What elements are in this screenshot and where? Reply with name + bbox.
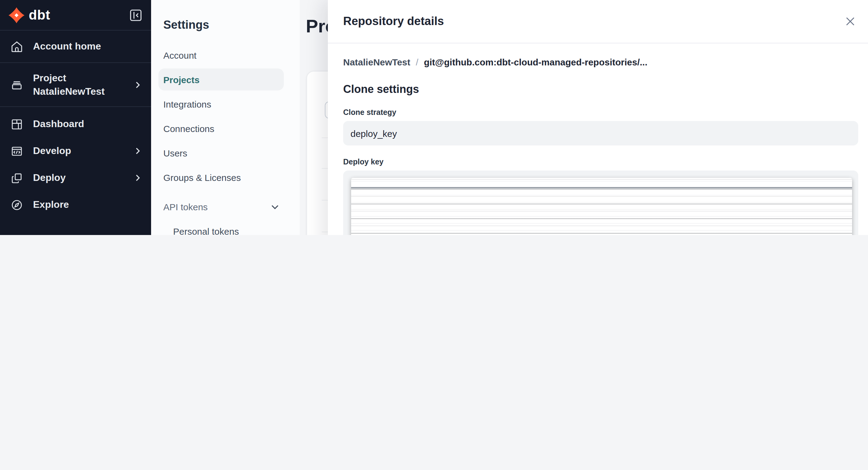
sidebar-item-label: Explore (33, 199, 69, 210)
sidebar-item-account-home[interactable]: Account home (0, 31, 151, 63)
sidebar-item-deploy[interactable]: Deploy (0, 164, 151, 191)
settings-nav-title: Settings (163, 18, 284, 32)
settings-nav-item-connections[interactable]: Connections (158, 116, 284, 141)
sidebar-item-project[interactable]: Project NatalieNewTest (0, 63, 151, 107)
dbt-logo-text: dbt (29, 7, 50, 23)
sidebar-item-label: Project NatalieNewTest (33, 71, 104, 98)
sidebar-item-label: Account home (33, 41, 101, 52)
breadcrumb: NatalieNewTest / git@github.com:dbt-clou… (343, 57, 858, 67)
deploy-key-redacted-content (351, 178, 852, 235)
sidebar-item-label: Dashboard (33, 119, 84, 130)
breadcrumb-separator: / (416, 57, 418, 67)
close-icon[interactable] (842, 13, 858, 29)
clone-strategy-label: Clone strategy (343, 108, 858, 117)
overlapping-squares-icon (10, 171, 23, 184)
dbt-logo[interactable]: dbt (8, 7, 50, 23)
sidebar-spacer (0, 218, 151, 235)
settings-nav-item-groups-licenses[interactable]: Groups & Licenses (158, 165, 284, 190)
chevron-right-icon (134, 81, 141, 88)
modal-body: NatalieNewTest / git@github.com:dbt-clou… (328, 43, 868, 235)
sidebar-item-develop[interactable]: Develop (0, 137, 151, 164)
home-icon (10, 40, 23, 53)
settings-nav-item-users[interactable]: Users (158, 141, 284, 165)
settings-nav-item-account[interactable]: Account (158, 43, 284, 67)
sidebar-item-dashboard[interactable]: Dashboard (0, 111, 151, 137)
modal-header: Repository details (328, 0, 868, 43)
deploy-key-label: Deploy key (343, 158, 858, 166)
sidebar-item-explore[interactable]: Explore (0, 191, 151, 218)
sidebar: dbt Account home Project NatalieNewTest (0, 0, 151, 235)
dbt-cloud-app: dbt Account home Project NatalieNewTest (0, 0, 868, 235)
sidebar-item-label: Develop (33, 145, 71, 157)
settings-nav-item-personal-tokens[interactable]: Personal tokens (158, 219, 284, 235)
breadcrumb-repo-url: git@github.com:dbt-cloud-managed-reposit… (424, 57, 648, 67)
settings-nav: Settings Account Projects Integrations C… (151, 0, 300, 235)
settings-nav-item-api-tokens[interactable]: API tokens (158, 194, 284, 219)
sidebar-item-label: Deploy (33, 172, 66, 183)
sidebar-collapse-icon[interactable] (129, 8, 143, 22)
settings-nav-item-integrations[interactable]: Integrations (158, 92, 284, 116)
chevron-down-icon (271, 203, 279, 210)
project-box-icon (10, 78, 23, 91)
breadcrumb-project: NatalieNewTest (343, 57, 410, 67)
clone-strategy-value: deploy_key (343, 121, 858, 145)
sidebar-header: dbt (0, 0, 151, 31)
chevron-right-icon (134, 174, 141, 181)
modal-title: Repository details (343, 15, 444, 28)
dbt-logo-icon (8, 7, 25, 23)
dashboard-icon (10, 118, 23, 131)
repository-details-modal: Repository details NatalieNewTest / git@… (328, 0, 868, 235)
compass-icon (10, 198, 23, 211)
settings-nav-item-projects[interactable]: Projects (158, 68, 284, 91)
code-window-icon (10, 144, 23, 157)
deploy-key-field (343, 170, 858, 235)
clone-settings-heading: Clone settings (343, 83, 858, 96)
chevron-right-icon (134, 147, 141, 155)
